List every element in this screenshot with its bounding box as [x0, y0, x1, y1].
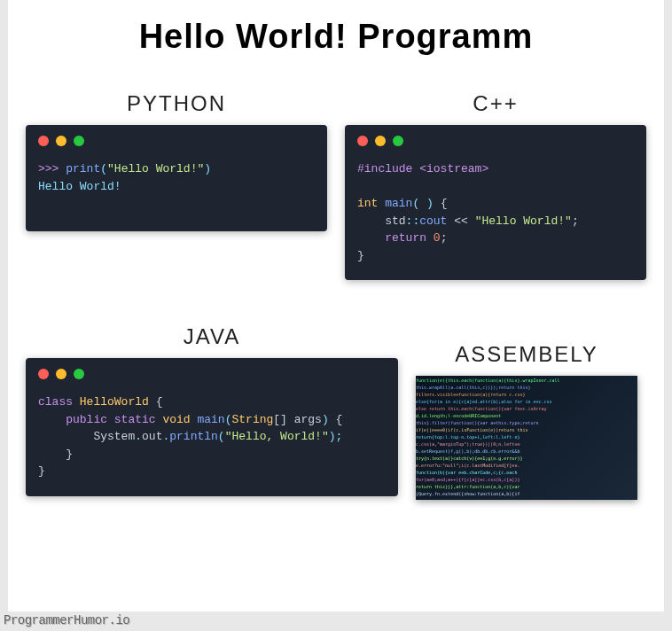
java-terminal: class HelloWorld { public static void ma…: [26, 358, 398, 496]
cpp-terminal: #include <iostream> int main( ) { std::c…: [345, 125, 646, 280]
cpp-main: int main( ) {: [357, 195, 634, 213]
close-icon: [357, 136, 368, 146]
minimize-icon: [56, 369, 66, 379]
cpp-cout: std::cout << "Hello World!";: [357, 213, 634, 230]
maximize-icon: [74, 369, 84, 379]
window-controls: [357, 136, 634, 146]
java-println: System.out.println("Hello, World!");: [38, 428, 386, 446]
minimize-icon: [375, 136, 386, 146]
java-panel: JAVA class HelloWorld { public static vo…: [26, 324, 398, 496]
python-output: Hello World!: [38, 178, 315, 196]
maximize-icon: [393, 136, 403, 146]
meme-card: Hello World! Programm PYTHON >>> print("…: [8, 0, 664, 612]
java-label: JAVA: [184, 324, 240, 349]
close-icon: [38, 369, 49, 379]
cpp-include: #include <iostream>: [357, 160, 634, 178]
python-panel: PYTHON >>> print("Hello World!") Hello W…: [26, 91, 327, 280]
python-label: PYTHON: [127, 91, 226, 116]
window-controls: [38, 369, 386, 379]
cpp-close: }: [357, 247, 634, 265]
watermark: ProgrammerHumor.io: [4, 613, 129, 627]
python-code-line: >>> print("Hello World!"): [38, 160, 315, 178]
cpp-label: C++: [473, 91, 518, 116]
assembly-panel: ASSEMBELY function(e){this.each(function…: [416, 342, 637, 500]
minimize-icon: [56, 136, 66, 146]
close-icon: [38, 136, 49, 146]
assembly-code-image: function(e){this.each(function(a){this}.…: [416, 376, 637, 500]
maximize-icon: [74, 136, 84, 146]
cpp-return: return 0;: [357, 230, 634, 247]
python-terminal: >>> print("Hello World!") Hello World!: [26, 125, 327, 231]
java-class: class HelloWorld {: [38, 393, 386, 411]
assembly-label: ASSEMBELY: [455, 342, 598, 367]
cpp-panel: C++ #include <iostream> int main( ) { st…: [345, 91, 646, 280]
java-close2: }: [38, 463, 386, 480]
java-main: public static void main(String[] args) {: [38, 411, 386, 429]
java-close1: }: [38, 446, 386, 464]
page-title: Hello World! Programm: [17, 18, 655, 56]
window-controls: [38, 136, 315, 146]
